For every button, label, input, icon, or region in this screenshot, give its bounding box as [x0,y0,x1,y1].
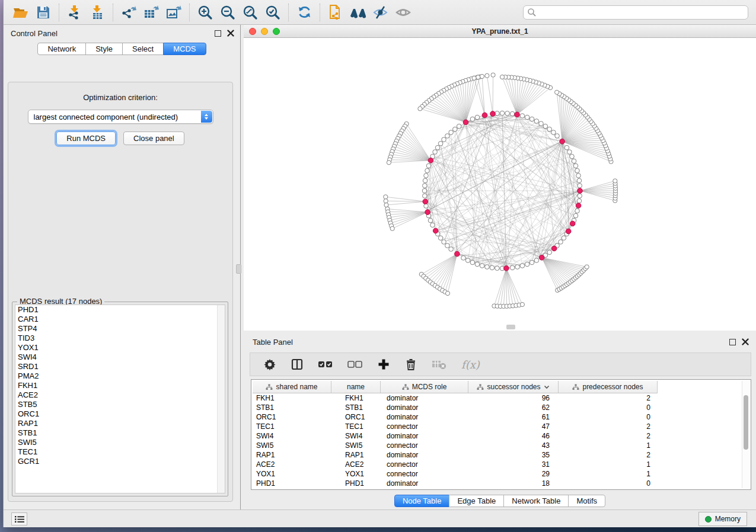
tab-select[interactable]: Select [122,43,164,55]
mcds-result-item[interactable]: RAP1 [15,419,225,428]
mcds-result-item[interactable]: SRD1 [15,362,225,371]
table-cell: dominator [381,393,468,403]
gear-icon[interactable] [263,358,276,371]
tab-network-table[interactable]: Network Table [503,495,569,507]
optimization-criterion-select[interactable]: largest connected component (undirected) [28,110,213,124]
column-header-shared-name[interactable]: shared name [253,381,331,393]
horizontal-splitter-handle[interactable] [506,325,515,329]
show-all-icon[interactable] [392,2,414,23]
network-search-box[interactable] [523,5,748,20]
tab-style[interactable]: Style [85,43,123,55]
mcds-list-scrollbar[interactable] [217,305,225,493]
run-mcds-button[interactable]: Run MCDS [56,132,116,145]
float-table-panel-icon[interactable] [729,339,736,345]
memory-status-icon [705,516,712,523]
mcds-result-item[interactable]: CAR1 [15,315,225,324]
columns-icon[interactable] [291,358,304,371]
close-panel-button[interactable]: Close panel [123,132,184,145]
open-file-icon[interactable] [9,2,32,23]
toolbar-separator [189,4,190,21]
save-session-icon[interactable] [32,2,55,23]
table-row[interactable]: YOX1YOX1connector291 [253,469,742,479]
network-window-titlebar[interactable]: YPA_prune.txt_1 [244,25,756,38]
import-table-icon[interactable] [86,2,109,23]
mcds-result-item[interactable]: FKH1 [15,381,225,390]
zoom-out-icon[interactable] [216,2,239,23]
tab-edge-table[interactable]: Edge Table [449,495,504,507]
table-row[interactable]: RAP1RAP1dominator352 [253,450,742,460]
column-header-MCDS-role[interactable]: MCDS role [381,381,468,393]
export-network-icon[interactable] [117,2,140,23]
search-input[interactable] [537,7,744,18]
table-row[interactable]: ORC1ORC1dominator610 [253,412,742,422]
mcds-result-list[interactable]: PHD1CAR1STP4TID3YOX1SWI4SRD1PMA2FKH1ACE2… [15,305,225,493]
zoom-fit-icon[interactable] [239,2,261,23]
clear-table-icon[interactable] [432,358,447,370]
deselect-all-icon[interactable] [347,359,363,370]
mcds-result-item[interactable]: GCR1 [15,457,225,466]
task-history-button[interactable] [11,512,27,525]
mcds-result-item[interactable]: STP4 [15,324,225,334]
node-table: shared namenameMCDS rolesuccessor nodesp… [251,379,751,490]
hide-selected-icon[interactable] [369,2,392,23]
import-network-icon[interactable] [63,2,86,23]
zoom-selected-icon[interactable] [261,2,284,23]
mcds-result-item[interactable]: ACE2 [15,390,225,400]
table-cell: STB1 [253,403,331,412]
maximize-window-icon[interactable] [273,28,280,35]
column-header-successor-nodes[interactable]: successor nodes [468,381,559,393]
function-builder-icon[interactable]: f(x) [461,358,480,371]
export-table-icon[interactable] [140,2,162,23]
mcds-result-item[interactable]: TEC1 [15,447,225,457]
table-cell: ORC1 [331,412,381,422]
mcds-result-item[interactable]: PMA2 [15,371,225,381]
column-header-predecessor-nodes[interactable]: predecessor nodes [559,381,658,393]
mcds-result-item[interactable]: SWI4 [15,352,225,362]
mcds-result-item[interactable]: STB5 [15,400,225,409]
mcds-result-item[interactable]: PHD1 [15,305,225,315]
column-label: shared name [276,383,317,391]
table-row[interactable]: ACE2ACE2connector311 [253,460,742,469]
export-image-icon[interactable] [162,2,185,23]
close-panel-icon[interactable] [227,30,234,37]
network-view-canvas[interactable] [244,38,756,331]
memory-button[interactable]: Memory [698,512,747,526]
table-cell: 2 [559,422,658,431]
column-header-name[interactable]: name [331,381,381,393]
column-label: MCDS role [412,383,447,391]
mcds-result-item[interactable]: STB1 [15,428,225,438]
zoom-in-icon[interactable] [194,2,216,23]
minimize-window-icon[interactable] [261,28,268,35]
table-row[interactable]: STB1STB1dominator620 [253,403,742,412]
select-all-icon[interactable] [318,359,333,370]
float-panel-icon[interactable] [215,30,221,37]
mcds-result-item[interactable]: ORC1 [15,409,225,419]
table-row[interactable]: PHD1PHD1dominator180 [253,479,742,488]
table-row[interactable]: SWI4SWI4dominator462 [253,431,742,441]
close-window-icon[interactable] [249,28,256,35]
tab-mcds[interactable]: MCDS [163,43,206,55]
tab-motifs[interactable]: Motifs [568,495,605,507]
table-row[interactable]: SWI5SWI5connector431 [253,441,742,450]
table-row[interactable]: TEC1TEC1connector472 [253,422,742,431]
network-graph[interactable] [244,38,756,331]
mcds-result-item[interactable]: YOX1 [15,343,225,352]
add-column-icon[interactable] [377,358,390,371]
tab-node-table[interactable]: Node Table [394,495,450,507]
table-cell: 96 [468,393,559,403]
mcds-result-item[interactable]: TID3 [15,334,225,343]
birdseye-icon[interactable] [347,2,369,23]
close-table-panel-icon[interactable] [742,338,749,345]
table-scrollbar-thumb[interactable] [744,395,748,450]
column-label: name [347,383,365,391]
refresh-icon[interactable] [293,2,315,23]
tab-network[interactable]: Network [37,43,86,55]
delete-column-icon[interactable] [404,358,417,371]
table-row[interactable]: FKH1FKH1dominator962 [253,393,742,403]
share-document-icon[interactable] [324,2,347,23]
table-scrollbar[interactable] [742,381,749,488]
table-cell: 0 [559,479,658,488]
vertical-splitter-handle[interactable] [236,264,241,274]
mcds-result-item[interactable]: SWI5 [15,438,225,447]
shared-column-icon [572,384,579,390]
